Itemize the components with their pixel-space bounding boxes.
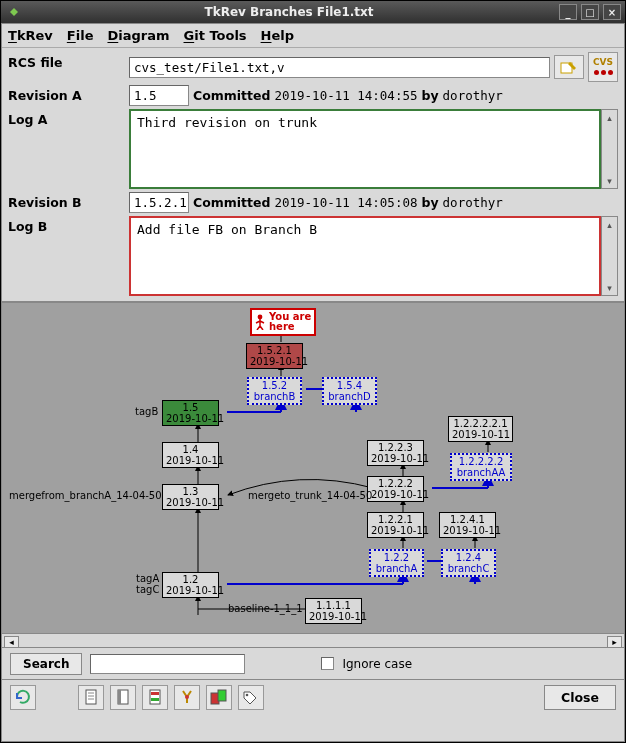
node-branch-a[interactable]: 1.2.2branchA (369, 549, 424, 577)
tag-c-label: tagC (136, 584, 159, 595)
revision-b-field[interactable]: 1.5.2.1 (129, 192, 189, 213)
node-1-2-2-2-2-1[interactable]: 1.2.2.2.2.12019-10-11 (448, 416, 513, 442)
revision-a-label: Revision A (8, 85, 129, 106)
ignore-case-label: Ignore case (342, 657, 412, 671)
node-1-2-2-2[interactable]: 1.2.2.22019-10-11 (367, 476, 424, 502)
menubar: TkRev File Diagram Git Tools Help (2, 24, 624, 48)
window-root: TkRev Branches File1.txt _ □ × TkRev Fil… (0, 0, 626, 743)
edit-file-icon[interactable] (554, 55, 584, 79)
window-title: TkRev Branches File1.txt (23, 5, 555, 19)
menu-help[interactable]: Help (261, 28, 294, 43)
you-are-here-marker: You are here (250, 308, 316, 336)
tag-mergefrom-label: mergefrom_branchA_14-04-50 (9, 490, 162, 501)
log-b-text[interactable]: Add file FB on Branch B (129, 216, 601, 296)
log-a-scrollbar[interactable]: ▴▾ (601, 109, 618, 189)
tag-a-label: tagA (136, 573, 159, 584)
svg-rect-31 (151, 692, 159, 695)
svg-rect-29 (118, 690, 121, 704)
svg-rect-32 (151, 698, 159, 701)
menu-file[interactable]: File (67, 28, 94, 43)
diagram-lines (2, 303, 624, 633)
cvs-icon[interactable]: CVS (588, 52, 618, 82)
rcs-file-field[interactable]: cvs_test/File1.txt,v (129, 57, 550, 78)
search-bar: Search Ignore case (2, 647, 624, 679)
svg-rect-35 (218, 690, 226, 701)
revision-b-label: Revision B (8, 192, 129, 213)
search-input[interactable] (90, 654, 245, 674)
node-branch-b[interactable]: 1.5.2branchB (247, 377, 302, 405)
close-button[interactable]: Close (544, 685, 616, 710)
maximize-button[interactable]: □ (581, 4, 599, 20)
tags-icon[interactable] (238, 685, 264, 710)
bottom-toolbar: Close (2, 679, 624, 714)
node-branch-c[interactable]: 1.2.4branchC (441, 549, 496, 577)
node-1-2[interactable]: 1.22019-10-11 (162, 572, 219, 598)
node-1-5-2-1[interactable]: 1.5.2.12019-10-11 (246, 343, 303, 369)
revision-a-field[interactable]: 1.5 (129, 85, 189, 106)
diff-icon[interactable] (142, 685, 168, 710)
log-a-text[interactable]: Third revision on trunk (129, 109, 601, 189)
node-1-2-2-3[interactable]: 1.2.2.32019-10-11 (367, 440, 424, 466)
menu-diagram[interactable]: Diagram (107, 28, 169, 43)
app-menu-icon[interactable] (5, 4, 23, 20)
svg-point-36 (246, 694, 249, 697)
log-b-label: Log B (8, 216, 129, 296)
menu-gittools[interactable]: Git Tools (184, 28, 247, 43)
annotate-icon[interactable] (110, 685, 136, 710)
app-frame: TkRev File Diagram Git Tools Help RCS fi… (1, 23, 625, 742)
files-icon[interactable] (206, 685, 232, 710)
close-window-button[interactable]: × (603, 4, 621, 20)
view-file-icon[interactable] (78, 685, 104, 710)
diagram-canvas[interactable]: You are here 1.5.2.12019-10-11 1.5.2bran… (2, 303, 624, 633)
rcs-file-label: RCS file (8, 52, 129, 82)
node-1-2-2-1[interactable]: 1.2.2.12019-10-11 (367, 512, 424, 538)
node-1-1-1-1[interactable]: 1.1.1.12019-10-11 (305, 598, 362, 624)
revision-a-info: Committed 2019-10-11 14:04:55 by dorothy… (193, 88, 503, 103)
node-1-3[interactable]: 1.32019-10-11 (162, 484, 219, 510)
tag-baseline-label: baseline-1_1_1 (228, 603, 303, 614)
log-a-label: Log A (8, 109, 129, 189)
form-area: RCS file cvs_test/File1.txt,v CVS Revisi… (2, 48, 624, 301)
log-b-scrollbar[interactable]: ▴▾ (601, 216, 618, 296)
svg-point-33 (185, 695, 189, 699)
node-1-5[interactable]: 1.52019-10-11 (162, 400, 219, 426)
merge-icon[interactable] (174, 685, 200, 710)
svg-point-23 (258, 315, 263, 320)
refresh-icon[interactable] (10, 685, 36, 710)
node-1-4[interactable]: 1.42019-10-11 (162, 442, 219, 468)
tag-mergeto-label: mergeto_trunk_14-04-50 (248, 490, 372, 501)
search-button[interactable]: Search (10, 653, 82, 675)
ignore-case-checkbox[interactable] (321, 657, 334, 670)
node-branch-d[interactable]: 1.5.4branchD (322, 377, 377, 405)
diagram-canvas-frame: You are here 1.5.2.12019-10-11 1.5.2bran… (2, 301, 624, 647)
svg-rect-24 (86, 690, 96, 704)
revision-b-info: Committed 2019-10-11 14:05:08 by dorothy… (193, 195, 503, 210)
menu-tkrev[interactable]: TkRev (8, 28, 53, 43)
titlebar[interactable]: TkRev Branches File1.txt _ □ × (1, 1, 625, 23)
node-branch-aa[interactable]: 1.2.2.2.2branchAA (450, 453, 512, 481)
diagram-h-scrollbar[interactable]: ◂▸ (2, 633, 624, 647)
node-1-2-4-1[interactable]: 1.2.4.12019-10-11 (439, 512, 496, 538)
minimize-button[interactable]: _ (559, 4, 577, 20)
tag-b-label: tagB (135, 406, 158, 417)
